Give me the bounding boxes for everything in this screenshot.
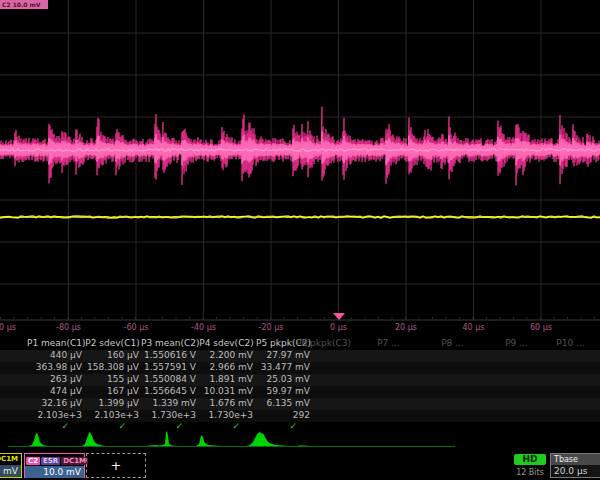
param-header-P7[interactable]: P7 ...	[360, 338, 417, 348]
P5-histicon	[246, 432, 290, 446]
param-header-P11[interactable]: P1	[584, 338, 600, 348]
channel-annotation-badge: C2 10.0 mV	[0, 0, 48, 9]
measure-value-P2: 155 µV	[84, 374, 139, 384]
time-axis-label: -60 µs	[124, 323, 149, 332]
measure-value-P1: 363.98 µV	[27, 362, 82, 372]
measure-row: 32.16 µV1.399 µV1.339 mV1.676 mV6.135 mV	[0, 398, 600, 410]
measure-value-P5: 33.477 mV	[255, 362, 310, 372]
measure-value-P1: 263 µV	[27, 374, 82, 384]
c1-scale-value: 0 mV	[0, 465, 21, 477]
hd-mode-indicator[interactable]: HD 12 Bits	[514, 454, 546, 477]
P2-histicon	[82, 432, 106, 446]
time-axis-label: -80 µs	[56, 323, 81, 332]
measure-value-P3: 1.550616 V	[141, 350, 196, 360]
timebase-value: 20.0 µs	[551, 465, 600, 477]
measure-value-P4: 1.730e+3	[198, 410, 253, 420]
measure-value-P1: 32.16 µV	[27, 398, 82, 408]
measure-value-P3: 1.550084 V	[141, 374, 196, 384]
P3-histicon	[146, 431, 176, 446]
trigger-position-marker[interactable]	[333, 313, 345, 320]
param-header-P3[interactable]: P3 mean(C2)	[141, 338, 198, 348]
c2-descriptor-box[interactable]: C2 ESR DC1M 10.0 mV	[24, 453, 85, 478]
param-header-P4[interactable]: P4 sdev(C2)	[198, 338, 255, 348]
measure-value-P5: 27.97 mV	[255, 350, 310, 360]
measure-value-P4: 1.676 mV	[198, 398, 253, 408]
measure-value-P2: 2.103e+3	[84, 410, 139, 420]
measure-value-P5: 59.97 mV	[255, 386, 310, 396]
time-axis-labels: -100 µs-80 µs-60 µs-40 µs-20 µs0 µs20 µs…	[0, 321, 600, 335]
time-axis-label: -100 µs	[0, 323, 16, 332]
measure-value-P3: 1.556645 V	[141, 386, 196, 396]
measure-value-P4: 2.966 mV	[198, 362, 253, 372]
param-header-P8[interactable]: P8 ...	[424, 338, 481, 348]
timebase-label: Tbase	[551, 454, 600, 465]
measure-value-P1: 440 µV	[27, 350, 82, 360]
c2-scale-value: 10.0 mV	[25, 466, 84, 478]
c2-esr-badge: ESR	[41, 457, 60, 465]
measure-value-P2: 158.308 µV	[84, 362, 139, 372]
oscilloscope-screen: C2 10.0 mV -100 µs-80 µs-60 µs-40 µs-20 …	[0, 0, 600, 480]
param-header-P1[interactable]: P1 mean(C1)	[27, 338, 84, 348]
measure-value-P2: 1.399 µV	[84, 398, 139, 408]
measure-value-P3: 1.557591 V	[141, 362, 196, 372]
time-axis-label: 40 µs	[463, 323, 485, 332]
hd-bits-label: 12 Bits	[514, 468, 546, 477]
measure-value-P2: 167 µV	[84, 386, 139, 396]
hd-badge: HD	[514, 454, 546, 465]
c2-coupling-badge: DC1M	[61, 457, 88, 465]
c2-channel-badge: C2	[26, 457, 40, 465]
time-axis-label: -20 µs	[259, 323, 284, 332]
measure-row: 263 µV155 µV1.550084 V1.891 mV25.03 mV	[0, 374, 600, 386]
bottom-bar: DC1M 0 mV C2 ESR DC1M 10.0 mV + HD 12 Bi…	[0, 452, 600, 480]
measure-value-P2: 160 µV	[84, 350, 139, 360]
measure-value-P4: 1.891 mV	[198, 374, 253, 384]
measure-row: 474 µV167 µV1.556645 V10.031 mV59.97 mV	[0, 386, 600, 398]
measure-row: 363.98 µV158.308 µV1.557591 V2.966 mV33.…	[0, 362, 600, 374]
measure-value-P5: 292	[255, 410, 310, 420]
time-axis-label: 20 µs	[395, 323, 417, 332]
c1-coupling-label: DC1M	[0, 454, 21, 465]
param-header-P6[interactable]: P6 pkpk(C3)	[295, 338, 352, 348]
P1-histicon	[28, 433, 48, 446]
measure-value-P4: 2.200 mV	[198, 350, 253, 360]
measure-value-P4: 10.031 mV	[198, 386, 253, 396]
timebase-descriptor-box[interactable]: Tbase 20.0 µs	[550, 453, 600, 478]
measure-table: P1 mean(C1)P2 sdev(C1)P3 mean(C2)P4 sdev…	[0, 338, 600, 430]
measure-value-P5: 25.03 mV	[255, 374, 310, 384]
graticule	[0, 0, 600, 336]
measure-value-P3: 1.339 mV	[141, 398, 196, 408]
measure-table-header: P1 mean(C1)P2 sdev(C1)P3 mean(C2)P4 sdev…	[0, 338, 600, 350]
plus-icon: +	[111, 458, 122, 473]
add-trace-box[interactable]: +	[86, 453, 146, 478]
grid-lines	[0, 0, 600, 320]
measure-value-P5: 6.135 mV	[255, 398, 310, 408]
measure-row: 440 µV160 µV1.550616 V2.200 mV27.97 mV	[0, 350, 600, 362]
P5-histicon-tail	[296, 445, 310, 446]
c1-descriptor-box[interactable]: DC1M 0 mV	[0, 453, 22, 478]
histicon-row	[0, 430, 600, 450]
measure-value-P3: 1.730e+3	[141, 410, 196, 420]
time-axis-label: -40 µs	[191, 323, 216, 332]
measure-value-P1: 2.103e+3	[27, 410, 82, 420]
P4-histicon	[196, 435, 222, 446]
param-header-P2[interactable]: P2 sdev(C1)	[84, 338, 141, 348]
time-axis-label: 0 µs	[330, 323, 347, 332]
param-header-P9[interactable]: P9 ...	[488, 338, 545, 348]
time-axis-label: 60 µs	[530, 323, 552, 332]
measure-value-P1: 474 µV	[27, 386, 82, 396]
